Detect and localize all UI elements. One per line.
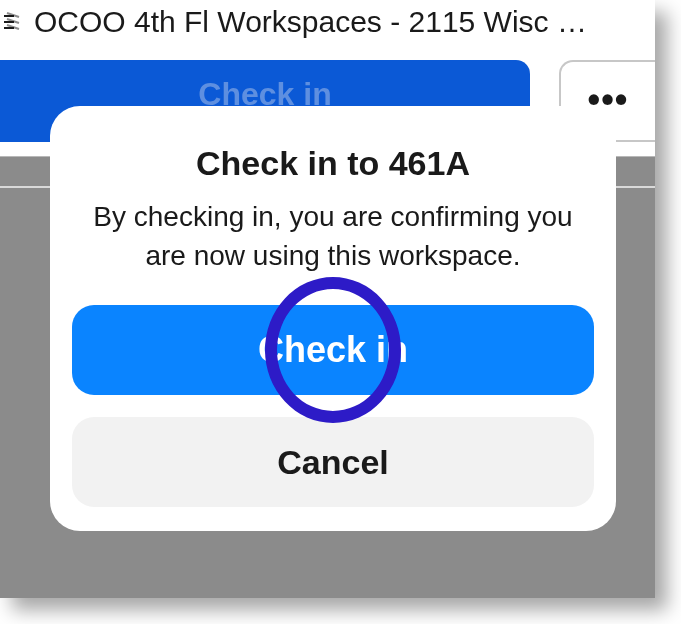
check-in-confirm-label: Check in: [258, 329, 408, 371]
dialog-title: Check in to 461A: [72, 144, 594, 183]
check-in-confirmation-dialog: Check in to 461A By checking in, you are…: [50, 106, 616, 531]
check-in-confirm-button[interactable]: Check in: [72, 305, 594, 395]
cancel-button-label: Cancel: [277, 443, 389, 482]
dialog-body-text: By checking in, you are confirming you a…: [72, 197, 594, 275]
cancel-button[interactable]: Cancel: [72, 417, 594, 507]
location-icon: [0, 9, 26, 35]
app-frame: OCOO 4th Fl Workspaces - 2115 Wisc … Che…: [0, 0, 655, 598]
page-title: OCOO 4th Fl Workspaces - 2115 Wisc …: [34, 5, 587, 39]
page-header: OCOO 4th Fl Workspaces - 2115 Wisc …: [0, 0, 655, 44]
